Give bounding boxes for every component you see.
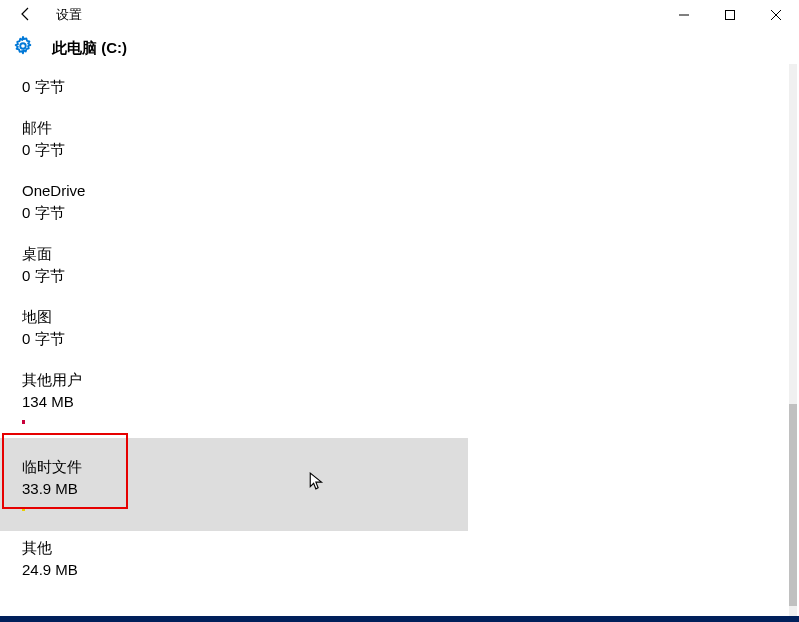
item-title: 邮件 bbox=[22, 117, 468, 140]
storage-item-other[interactable]: 其他 24.9 MB bbox=[22, 531, 468, 594]
storage-item-mail[interactable]: 邮件 0 字节 bbox=[22, 111, 468, 174]
svg-point-4 bbox=[20, 43, 26, 49]
taskbar-edge bbox=[0, 616, 799, 622]
gear-icon bbox=[12, 35, 34, 61]
usage-bar bbox=[22, 420, 25, 424]
item-size: 0 字节 bbox=[22, 139, 468, 162]
storage-item-onedrive[interactable]: OneDrive 0 字节 bbox=[22, 174, 468, 237]
item-size: 134 MB bbox=[22, 391, 468, 414]
item-size: 0 字节 bbox=[22, 76, 468, 99]
item-size: 24.9 MB bbox=[22, 559, 468, 582]
storage-item[interactable]: 0 字节 bbox=[22, 70, 468, 111]
item-title: 地图 bbox=[22, 306, 468, 329]
item-title: 其他用户 bbox=[22, 369, 468, 392]
maximize-button[interactable] bbox=[707, 0, 753, 30]
close-button[interactable] bbox=[753, 0, 799, 30]
usage-bar bbox=[22, 507, 25, 511]
storage-item-desktop[interactable]: 桌面 0 字节 bbox=[22, 237, 468, 300]
item-title: 临时文件 bbox=[22, 456, 468, 479]
storage-item-other-users[interactable]: 其他用户 134 MB bbox=[22, 363, 468, 438]
storage-item-temp-files[interactable]: 临时文件 33.9 MB bbox=[0, 438, 468, 531]
item-size: 0 字节 bbox=[22, 265, 468, 288]
scrollbar-thumb[interactable] bbox=[789, 404, 797, 606]
item-size: 33.9 MB bbox=[22, 478, 468, 501]
scrollbar[interactable] bbox=[789, 64, 797, 616]
back-button[interactable] bbox=[18, 6, 34, 25]
item-title: 其他 bbox=[22, 537, 468, 560]
item-title: OneDrive bbox=[22, 180, 468, 203]
item-title: 桌面 bbox=[22, 243, 468, 266]
svg-rect-1 bbox=[726, 11, 735, 20]
minimize-button[interactable] bbox=[661, 0, 707, 30]
page-title: 此电脑 (C:) bbox=[52, 39, 127, 58]
storage-item-maps[interactable]: 地图 0 字节 bbox=[22, 300, 468, 363]
window-title: 设置 bbox=[56, 6, 82, 24]
item-size: 0 字节 bbox=[22, 202, 468, 225]
item-size: 0 字节 bbox=[22, 328, 468, 351]
